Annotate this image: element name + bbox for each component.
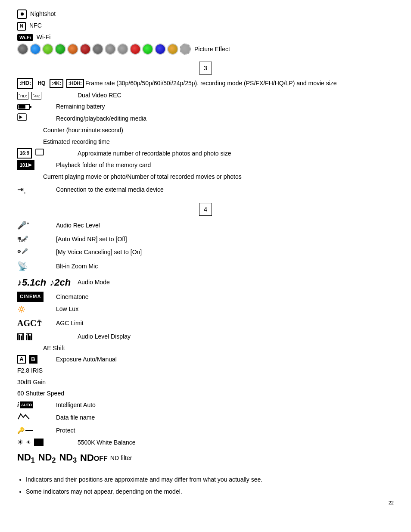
bullet-2: Some indicators may not appear, dependin… — [26, 487, 394, 496]
section4: 🎤+ Audio Rec Level ≋ 🎤 OFF [Auto Wind NR… — [17, 219, 394, 466]
protect-label: Protect — [56, 426, 394, 435]
hd4k-icons: :HD: HQ :4K: :HDH: — [17, 78, 85, 89]
nightshot-label: Nightshot — [30, 9, 56, 19]
ae-shift-label: AE Shift — [43, 343, 65, 353]
iauto-icon: i AUTO — [17, 400, 33, 410]
battery-label: Remaining battery — [56, 102, 394, 111]
picture-effect-label: Picture Effect — [194, 44, 230, 54]
media-row: Recording/playback/editing media — [17, 113, 394, 124]
aspect-label: Approximate number of recordable photos … — [78, 149, 394, 158]
voice-cancel-row: ⊘ 🎤 [My Voice Canceling] set to [On] — [17, 247, 394, 258]
section4-header: 4 — [17, 203, 394, 216]
folder-icons: 101 ▶ — [17, 160, 56, 171]
data-file-label: Data file name — [56, 413, 394, 422]
nd2-icon: ND2 — [38, 450, 56, 466]
cinema-row: CINEMA Cinematone — [17, 292, 394, 302]
picture-effect-icons — [17, 44, 191, 55]
hd4k-row: :HD: HQ :4K: :HDH: Frame rate (30p/60p/5… — [17, 78, 394, 89]
ext-media-icon-area: ⇥↕ — [17, 184, 56, 196]
ext-media-icon: ⇥↕ — [17, 184, 26, 196]
gain-row: 30dB Gain — [17, 377, 394, 387]
agc-icon: AGC T̄ — [17, 316, 41, 330]
est-time-label: Estimated recording time — [43, 137, 110, 146]
nfc-label: NFC — [29, 21, 42, 30]
voice-icon-area: ⊘ 🎤 — [17, 247, 56, 258]
nfc-row: N NFC — [17, 21, 394, 31]
svg-rect-16 — [26, 335, 27, 340]
nd-label: ND filter — [110, 453, 394, 463]
low-lux-icon-area: 🔅 — [17, 304, 56, 315]
svg-rect-18 — [29, 336, 31, 340]
picture-effect-row: Picture Effect — [17, 44, 394, 55]
folder-row: 101 ▶ Playback folder of the memory card — [17, 160, 394, 171]
protect-icon-area: 🔑 — [17, 426, 56, 435]
nd-row: ND1 ND2 ND3 NDOFF ND filter — [17, 450, 394, 466]
svg-rect-14 — [22, 333, 24, 340]
wb-box-icon — [34, 439, 46, 446]
hd4k-label: Frame rate (30p/60p/50p/60i/50i/24p/25p)… — [85, 78, 394, 88]
agc-row: AGC T̄ AGC Limit — [17, 316, 394, 330]
pe-icon-6 — [80, 44, 91, 55]
audio-mode-icon-51: ♪5.1ch — [17, 275, 46, 290]
nd1-icon: ND1 — [17, 450, 35, 466]
svg-rect-2 — [19, 105, 25, 109]
dual-video-icons: ≡HD: ≡4K: — [17, 90, 78, 100]
photo-frame-icon — [35, 149, 44, 158]
protect-icon: 🔑 — [17, 426, 33, 435]
section3-header: 3 — [17, 62, 394, 75]
dual-video-icon-1: ≡HD: — [17, 90, 28, 100]
exposure-icon-area: A B — [17, 355, 56, 364]
pe-icon-11 — [142, 44, 153, 55]
wifi-icon: Wi-Fi — [17, 32, 33, 42]
exp-auto-icon: A — [17, 355, 26, 364]
aspect-row: 16:9 Approximate number of recordable ph… — [17, 148, 394, 159]
gain-label: 30dB Gain — [17, 377, 46, 387]
svg-rect-13 — [21, 336, 22, 340]
audio-level-icon — [17, 333, 39, 340]
protect-row: 🔑 Protect — [17, 426, 394, 435]
exposure-label: Exposure Auto/Manual — [56, 355, 394, 364]
wind-nr-row: ≋ 🎤 OFF [Auto Wind NR] set to [Off] — [17, 233, 394, 245]
audio-mode-icon-area: ♪5.1ch ♪2ch — [17, 275, 78, 290]
low-lux-label: Low Lux — [56, 304, 394, 314]
iauto-row: i AUTO Intelligent Auto — [17, 400, 394, 410]
audio-rec-row: 🎤+ Audio Rec Level — [17, 219, 394, 232]
page-number: 22 — [17, 499, 394, 507]
wind-icon-area: ≋ 🎤 OFF — [17, 233, 56, 245]
agc-label: AGC Limit — [56, 318, 394, 328]
zoom-mic-row: 📡 Blt-in Zoom Mic — [17, 259, 394, 273]
zoom-icon-area: 📡 — [17, 259, 56, 273]
audio-mode-label: Audio Mode — [78, 277, 394, 287]
iauto-label: Intelligent Auto — [56, 400, 394, 410]
hdh-icon: :HDH: — [66, 79, 84, 88]
pe-icon-14 — [180, 44, 191, 55]
svg-rect-11 — [17, 334, 19, 340]
data-file-icon-area — [17, 411, 56, 424]
counter-row: Counter (hour:minute:second) — [17, 125, 394, 135]
dual-video-label: Dual Video REC — [78, 90, 394, 100]
hq-icon: HQ — [36, 79, 47, 87]
current-playing-row: Current playing movie or photo/Number of… — [17, 172, 394, 181]
svg-rect-12 — [19, 335, 20, 340]
top-section: ⏺ Nightshot N NFC Wi-Fi Wi-Fi — [17, 9, 394, 55]
iris-label: F2.8 IRIS — [17, 366, 43, 375]
wind-icon: ≋ 🎤 OFF — [17, 233, 30, 245]
pe-icon-12 — [155, 44, 166, 55]
voice-label: [My Voice Canceling] set to [On] — [56, 247, 394, 257]
pe-icon-1 — [17, 44, 28, 55]
ndoff-icon: NDOFF — [80, 450, 108, 465]
media-icon — [17, 113, 27, 124]
nfc-icon: N — [17, 21, 26, 31]
svg-rect-17 — [28, 334, 29, 340]
4k-icon: :4K: — [50, 79, 63, 88]
wb-icon-area: ☀ ☀ — [17, 437, 78, 448]
folder-play-arrow: ▶ — [28, 162, 32, 168]
wifi-label: Wi-Fi — [37, 32, 51, 42]
wb-sun1-icon: ☀ — [17, 437, 23, 448]
folder-num: 101 — [20, 162, 28, 169]
pe-icon-7 — [92, 44, 103, 55]
audio-level-label: Audio Level Display — [78, 332, 394, 341]
shutter-row: 60 Shutter Speed — [17, 389, 394, 398]
pe-icon-8 — [105, 44, 116, 55]
battery-icon — [17, 103, 32, 110]
